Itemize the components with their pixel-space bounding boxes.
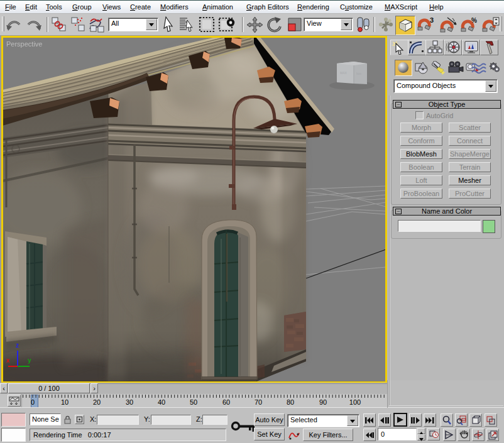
svg-text:x: x xyxy=(6,357,10,364)
svg-text:z: z xyxy=(16,342,19,349)
svg-text:60: 60 xyxy=(222,398,230,406)
svg-text:0: 0 xyxy=(31,398,35,406)
svg-text:90: 90 xyxy=(319,398,327,406)
svg-text:80: 80 xyxy=(287,398,294,406)
svg-text:box: box xyxy=(356,72,362,75)
svg-text:Perspective: Perspective xyxy=(6,40,42,48)
svg-text:50: 50 xyxy=(190,398,197,406)
svg-text:MAX: MAX xyxy=(340,71,348,75)
svg-text:100: 100 xyxy=(349,398,361,406)
svg-text:20: 20 xyxy=(93,398,101,406)
svg-text:40: 40 xyxy=(158,398,165,406)
svg-text:70: 70 xyxy=(255,398,262,406)
svg-text:%: % xyxy=(471,17,477,24)
svg-text:10: 10 xyxy=(61,398,68,406)
svg-text:30: 30 xyxy=(126,398,133,406)
svg-text:3: 3 xyxy=(430,16,434,24)
svg-text:y: y xyxy=(28,357,31,364)
